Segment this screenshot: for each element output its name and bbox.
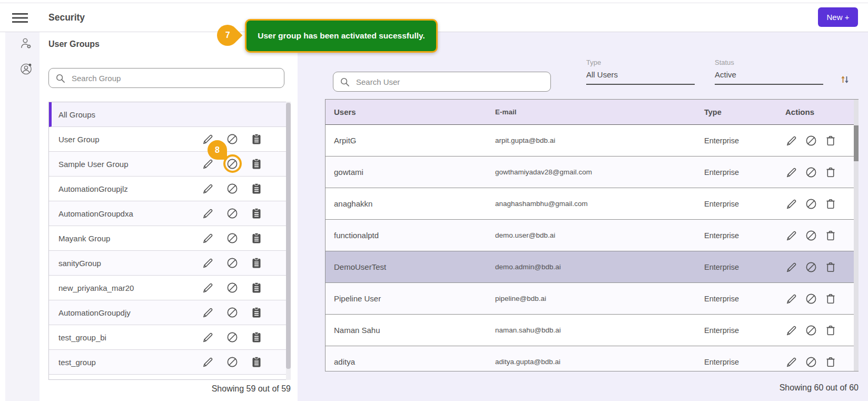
clipboard-icon[interactable] [250, 331, 263, 344]
type-select[interactable]: Type All Users [586, 58, 695, 85]
sort-button[interactable] [840, 74, 850, 85]
group-row[interactable]: AutomationGroupdjy [49, 300, 290, 325]
table-row[interactable]: anaghakknanaghashambhu@gmail.comEnterpri… [326, 188, 858, 220]
edit-icon[interactable] [202, 207, 214, 220]
edit-icon[interactable] [785, 134, 798, 147]
deactivate-icon[interactable] [805, 198, 817, 210]
group-row[interactable]: Sample User Group [49, 152, 290, 177]
edit-icon[interactable] [785, 198, 798, 210]
group-search-input[interactable] [71, 73, 278, 83]
deactivate-icon[interactable] [226, 207, 239, 220]
deactivate-icon[interactable] [226, 257, 239, 269]
delete-icon[interactable] [824, 324, 837, 337]
edit-icon[interactable] [785, 324, 798, 337]
edit-icon[interactable] [785, 229, 798, 242]
edit-icon[interactable] [202, 331, 214, 344]
edit-icon[interactable] [785, 356, 798, 368]
deactivate-icon[interactable] [226, 281, 239, 294]
group-row[interactable]: new_priyanka_mar20 [49, 276, 290, 300]
status-select[interactable]: Status Active [715, 58, 823, 85]
edit-icon[interactable] [785, 292, 798, 305]
group-row[interactable]: AutomationGroupjlz [49, 177, 290, 201]
column-header-type[interactable]: Type [704, 108, 781, 116]
group-actions [202, 232, 263, 244]
deactivate-icon[interactable] [805, 229, 817, 242]
deactivate-icon[interactable] [805, 356, 817, 368]
new-button[interactable]: New + [818, 7, 858, 27]
deactivate-icon[interactable] [226, 331, 239, 344]
clipboard-icon[interactable] [250, 207, 263, 220]
group-row[interactable]: All Groups [49, 102, 290, 127]
status-value: Active [715, 70, 823, 79]
column-header-email[interactable]: E-mail [495, 108, 704, 116]
group-row[interactable]: Mayank Group [49, 226, 290, 251]
table-row[interactable]: gowtamigowthamiyadav28@gmail.comEnterpri… [326, 157, 858, 188]
hamburger-icon [12, 13, 28, 23]
group-row[interactable]: test_group_bi [49, 325, 290, 350]
deactivate-icon[interactable] [805, 134, 817, 147]
table-row[interactable]: Naman Sahunaman.sahu@bdb.aiEnterprise [326, 315, 858, 346]
clipboard-icon[interactable] [250, 281, 263, 294]
deactivate-icon[interactable] [805, 324, 817, 337]
group-name: test_group_bi [58, 333, 202, 342]
edit-icon[interactable] [202, 306, 214, 319]
deactivate-icon[interactable] [805, 166, 817, 179]
deactivate-icon[interactable] [226, 356, 239, 368]
user-type-cell: Enterprise [704, 263, 781, 271]
user-actions-cell [781, 198, 858, 210]
users-table-scrollbar-thumb[interactable] [854, 125, 859, 161]
table-row[interactable]: Pipeline Userpipeline@bdb.aiEnterprise [326, 283, 858, 315]
clipboard-icon[interactable] [250, 306, 263, 319]
user-name-cell: functionalptd [326, 231, 495, 240]
sidebar-item-user-settings[interactable] [19, 36, 33, 51]
group-name: AutomationGroupdxa [58, 209, 202, 218]
annotation-7-label: 7 [225, 31, 230, 40]
clipboard-icon[interactable] [250, 182, 263, 195]
group-row[interactable]: sanityGroup [49, 251, 290, 276]
deactivate-icon[interactable] [226, 133, 239, 145]
delete-icon[interactable] [824, 261, 837, 273]
clipboard-icon[interactable] [250, 158, 263, 170]
edit-icon[interactable] [202, 182, 214, 195]
deactivate-icon[interactable] [226, 232, 239, 244]
edit-icon[interactable] [202, 257, 214, 269]
delete-icon[interactable] [824, 356, 837, 368]
delete-icon[interactable] [824, 292, 837, 305]
column-header-users[interactable]: Users [326, 107, 495, 116]
clipboard-icon[interactable] [250, 356, 263, 368]
edit-icon[interactable] [202, 232, 214, 244]
deactivate-icon[interactable] [805, 292, 817, 305]
menu-button[interactable] [12, 13, 28, 23]
edit-icon[interactable] [785, 261, 798, 273]
delete-icon[interactable] [824, 134, 837, 147]
group-row[interactable]: AutomationGroupdxa [49, 201, 290, 226]
delete-icon[interactable] [824, 198, 837, 210]
group-name: new_priyanka_mar20 [58, 283, 202, 292]
sidebar-item-user-group-security[interactable] [19, 62, 33, 76]
clipboard-icon[interactable] [250, 257, 263, 269]
table-row[interactable]: DemoUserTestdemo.admin@bdb.aiEnterprise [326, 251, 858, 283]
annotation-8-label: 8 [215, 145, 220, 155]
deactivate-icon[interactable] [226, 182, 239, 195]
user-groups-panel: User Groups All GroupsUser GroupSample U… [40, 32, 298, 401]
edit-icon[interactable] [785, 166, 798, 179]
clipboard-icon[interactable] [250, 232, 263, 244]
table-row[interactable]: functionalptddemo.user@bdb.aiEnterprise [326, 220, 858, 251]
group-list-scrollbar-thumb[interactable] [286, 103, 291, 369]
search-icon [55, 73, 65, 83]
user-search-input[interactable] [355, 77, 544, 87]
deactivate-icon[interactable] [226, 306, 239, 319]
delete-icon[interactable] [824, 229, 837, 242]
table-row[interactable]: adityaaditya.gupta@bdb.aiEnterprise [326, 346, 858, 371]
group-row[interactable]: test_group [49, 350, 290, 375]
user-search [333, 72, 551, 92]
group-row[interactable]: User Group [49, 127, 290, 152]
edit-icon[interactable] [202, 356, 214, 368]
edit-icon[interactable] [202, 281, 214, 294]
clipboard-icon[interactable] [250, 133, 263, 145]
user-actions-cell [781, 356, 858, 368]
deactivate-icon[interactable] [805, 261, 817, 273]
delete-icon[interactable] [824, 166, 837, 179]
table-row[interactable]: ArpitGarpit.gupta@bdb.aiEnterprise [326, 125, 858, 157]
edit-icon[interactable] [202, 158, 214, 170]
